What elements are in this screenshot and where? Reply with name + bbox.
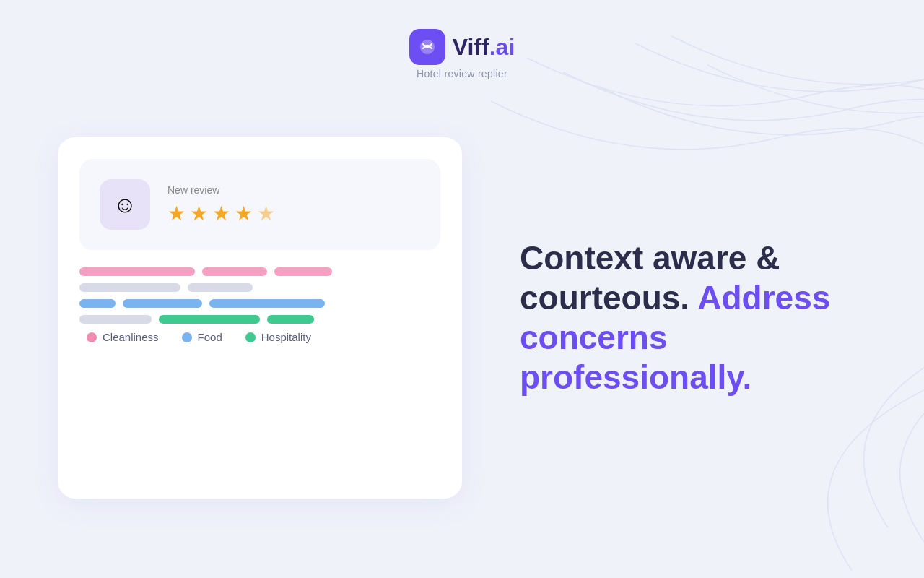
legend-dot-cleanliness (87, 332, 97, 342)
line-blue-1 (79, 299, 116, 308)
line-blue-3 (209, 299, 325, 308)
line-pink-1 (79, 267, 195, 276)
line-pink-3 (274, 267, 332, 276)
new-review-label: New review (167, 184, 275, 196)
legend-item-hospitality: Hospitality (245, 331, 311, 343)
line-row-2 (79, 283, 440, 292)
legend-item-cleanliness: Cleanliness (87, 331, 159, 343)
main-content: ☺ New review ★ ★ ★ ★ ★ (0, 94, 924, 499)
line-row-3 (79, 299, 440, 308)
line-pink-2 (202, 267, 267, 276)
header: Viff.ai Hotel review replier (0, 0, 924, 79)
avatar: ☺ (100, 179, 150, 230)
logo: Viff.ai (409, 29, 515, 65)
review-card: ☺ New review ★ ★ ★ ★ ★ (58, 137, 462, 499)
headline: Context aware & courteous. Address conce… (520, 238, 866, 398)
line-green-1 (159, 315, 260, 324)
review-header: ☺ New review ★ ★ ★ ★ ★ (100, 179, 420, 230)
legend-label-food: Food (198, 331, 222, 343)
star-2: ★ (190, 202, 208, 225)
star-4: ★ (235, 202, 253, 225)
legend-dot-food (182, 332, 192, 342)
logo-text: Viff.ai (453, 34, 515, 61)
star-1: ★ (167, 202, 186, 225)
legend-item-food: Food (182, 331, 222, 343)
logo-subtitle: Hotel review replier (417, 68, 507, 79)
line-gray-1 (79, 283, 180, 292)
logo-icon (409, 29, 445, 65)
headline-line2: courteous. (520, 279, 689, 316)
headline-line1: Context aware & (520, 239, 780, 277)
line-blue-2 (123, 299, 202, 308)
legend-label-hospitality: Hospitality (261, 331, 311, 343)
line-green-2 (267, 315, 314, 324)
line-gray-3 (79, 315, 152, 324)
stars-container: ★ ★ ★ ★ ★ (167, 202, 275, 225)
right-content: Context aware & courteous. Address conce… (520, 238, 866, 398)
card-inner: ☺ New review ★ ★ ★ ★ ★ (79, 159, 440, 250)
star-5: ★ (257, 202, 275, 225)
avatar-emoji: ☺ (113, 191, 137, 218)
line-row-4 (79, 315, 440, 324)
content-lines (79, 267, 440, 324)
legend: Cleanliness Food Hospitality (79, 331, 440, 343)
legend-label-cleanliness: Cleanliness (103, 331, 159, 343)
headline-line4: concerns professionally. (520, 319, 751, 396)
legend-dot-hospitality (245, 332, 256, 342)
star-3: ★ (212, 202, 230, 225)
headline-line3: Address (697, 279, 830, 316)
line-row-1 (79, 267, 440, 276)
review-info: New review ★ ★ ★ ★ ★ (167, 184, 275, 225)
line-gray-2 (188, 283, 253, 292)
